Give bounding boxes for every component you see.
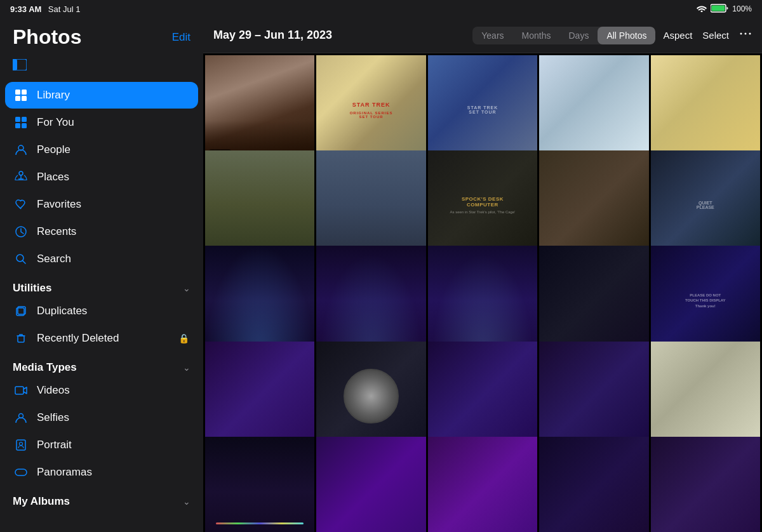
svg-rect-1 xyxy=(712,5,725,11)
aspect-button[interactable]: Aspect xyxy=(663,30,692,41)
sidebar-item-library[interactable]: Library xyxy=(5,82,198,109)
svg-rect-3 xyxy=(13,59,17,70)
svg-rect-10 xyxy=(15,123,20,128)
sidebar-item-label-search: Search xyxy=(37,253,189,265)
utilities-section-header[interactable]: Utilities ⌄ xyxy=(0,273,203,297)
sidebar-item-recently-deleted[interactable]: Recently Deleted 🔒 xyxy=(5,325,198,352)
utilities-section-title: Utilities xyxy=(13,282,51,295)
sidebar-item-label-panoramas: Panoramas xyxy=(37,466,189,479)
photo-cell[interactable]: 0:25 xyxy=(205,55,314,164)
sidebar-item-recents[interactable]: Recents xyxy=(5,218,198,245)
sidebar-item-label-recents: Recents xyxy=(37,225,189,238)
toolbar-date-range: May 29 – Jun 11, 2023 xyxy=(213,29,465,42)
photo-cell[interactable] xyxy=(539,342,648,451)
sidebar-collapse-icon[interactable] xyxy=(13,59,27,74)
sidebar-item-portrait[interactable]: Portrait xyxy=(5,432,198,458)
sidebar-item-selfies[interactable]: Selfies xyxy=(5,404,198,431)
svg-rect-9 xyxy=(22,117,27,122)
photo-cell[interactable]: STAR TREKSET TOUR xyxy=(428,55,537,164)
photo-cell[interactable] xyxy=(205,246,314,355)
sidebar-item-search[interactable]: Search xyxy=(5,246,198,272)
sidebar-item-label-people: People xyxy=(37,143,189,156)
media-types-section-title: Media Types xyxy=(13,361,77,374)
sidebar-item-label-favorites: Favorites xyxy=(37,198,189,211)
sidebar-item-panoramas[interactable]: Panoramas xyxy=(5,459,198,486)
favorites-icon xyxy=(14,197,28,211)
sidebar-item-places[interactable]: Places xyxy=(5,164,198,190)
wifi-icon xyxy=(697,4,707,14)
utilities-nav: Duplicates Recently Deleted 🔒 xyxy=(0,297,203,352)
sidebar-item-label-portrait: Portrait xyxy=(37,439,189,451)
photo-cell[interactable] xyxy=(651,55,760,164)
photo-cell[interactable] xyxy=(428,246,537,355)
search-icon xyxy=(14,252,28,266)
filter-years-button[interactable]: Years xyxy=(472,27,512,44)
photo-cell[interactable] xyxy=(539,55,648,164)
sidebar-item-label-videos: Videos xyxy=(37,384,189,397)
photo-cell[interactable]: STAR TREK ORIGINAL SERIESSET TOUR xyxy=(316,55,425,164)
for-you-icon xyxy=(14,116,28,130)
sidebar-item-favorites[interactable]: Favorites xyxy=(5,191,198,218)
filter-days-button[interactable]: Days xyxy=(559,27,598,44)
photo-cell[interactable]: SPOCK'S DESKCOMPUTER As seen in Star Tre… xyxy=(428,150,537,260)
photo-cell[interactable] xyxy=(539,150,648,260)
svg-rect-7 xyxy=(22,96,27,101)
photo-cell[interactable] xyxy=(651,342,760,451)
toolbar-filter-group: Years Months Days All Photos xyxy=(472,27,655,44)
filter-months-button[interactable]: Months xyxy=(513,27,560,44)
photo-cell[interactable] xyxy=(316,150,425,260)
photo-cell[interactable] xyxy=(316,437,425,532)
sidebar-header: Photos Edit xyxy=(0,18,203,54)
svg-point-28 xyxy=(745,33,747,35)
svg-point-25 xyxy=(20,442,23,446)
photo-cell[interactable] xyxy=(428,342,537,451)
media-types-section-header[interactable]: Media Types ⌄ xyxy=(0,352,203,376)
sidebar-item-people[interactable]: People xyxy=(5,136,198,163)
svg-rect-26 xyxy=(15,469,27,475)
toolbar: May 29 – Jun 11, 2023 Years Months Days … xyxy=(203,18,762,53)
photo-cell[interactable] xyxy=(205,150,314,260)
media-types-chevron-icon: ⌄ xyxy=(183,362,190,373)
photo-cell[interactable] xyxy=(651,437,760,532)
photo-cell[interactable] xyxy=(316,246,425,355)
photo-cell[interactable] xyxy=(539,437,648,532)
lock-icon: 🔒 xyxy=(178,333,189,343)
photo-cell[interactable]: PLEASE DO NOTTOUCH THIS DISPLAYThank you… xyxy=(651,246,760,355)
library-icon xyxy=(14,88,28,102)
media-types-nav: Videos Selfies Portrait Panoramas xyxy=(0,376,203,486)
sidebar-edit-button[interactable]: Edit xyxy=(172,31,190,44)
svg-rect-8 xyxy=(15,117,20,122)
photo-cell[interactable] xyxy=(539,246,648,355)
more-options-button[interactable] xyxy=(739,27,752,43)
panoramas-icon xyxy=(14,465,28,479)
sidebar-item-label-recently-deleted: Recently Deleted xyxy=(37,332,170,345)
sidebar-item-label-for-you: For You xyxy=(37,116,189,129)
svg-rect-4 xyxy=(15,90,20,95)
svg-point-13 xyxy=(19,171,23,175)
utilities-chevron-icon: ⌄ xyxy=(183,283,190,293)
svg-rect-21 xyxy=(18,336,24,342)
sidebar-item-label-library: Library xyxy=(37,89,189,102)
svg-rect-22 xyxy=(15,387,23,394)
photo-cell[interactable] xyxy=(316,342,425,451)
sidebar-item-label-duplicates: Duplicates xyxy=(37,305,189,317)
select-button[interactable]: Select xyxy=(702,30,729,41)
status-time: 9:33 AM Sat Jul 1 xyxy=(10,3,80,15)
filter-all-photos-button[interactable]: All Photos xyxy=(598,27,655,44)
battery-pct: 100% xyxy=(732,4,752,13)
svg-point-27 xyxy=(740,33,742,35)
sidebar-item-for-you[interactable]: For You xyxy=(5,109,198,136)
status-bar: 9:33 AM Sat Jul 1 100% xyxy=(0,0,762,18)
people-icon xyxy=(14,143,28,157)
svg-rect-6 xyxy=(15,96,20,101)
svg-rect-11 xyxy=(22,123,27,128)
svg-point-29 xyxy=(749,33,751,35)
sidebar-item-videos[interactable]: Videos xyxy=(5,377,198,404)
photo-cell[interactable] xyxy=(428,437,537,532)
my-albums-section-header[interactable]: My Albums ⌄ xyxy=(0,486,203,510)
recents-icon xyxy=(14,225,28,239)
photo-cell[interactable]: QUIETPLEASE xyxy=(651,150,760,260)
sidebar-item-duplicates[interactable]: Duplicates xyxy=(5,298,198,324)
photo-cell[interactable] xyxy=(205,342,314,451)
photo-cell[interactable] xyxy=(205,437,314,532)
